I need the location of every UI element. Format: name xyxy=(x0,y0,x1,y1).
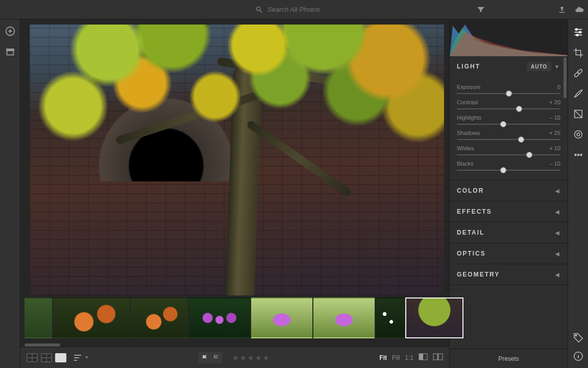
archive-box-icon xyxy=(5,46,16,57)
flag-icon xyxy=(201,354,208,361)
slider-knob[interactable] xyxy=(526,152,532,158)
histogram-graph xyxy=(450,19,568,56)
zoom-fill[interactable]: Fill xyxy=(392,354,400,361)
slider-knob[interactable] xyxy=(500,167,506,173)
slider-whites[interactable]: Whites+ 10 xyxy=(457,145,560,155)
presets-label: Presets xyxy=(498,355,519,362)
chevron-left-icon: ◀ xyxy=(555,251,560,257)
slider-track[interactable] xyxy=(457,108,560,109)
bandage-icon xyxy=(573,67,584,79)
presets-button[interactable]: Presets xyxy=(450,349,568,368)
edit-tool[interactable] xyxy=(573,27,584,38)
star-icon[interactable]: ★ xyxy=(248,354,254,362)
my-photos-button[interactable] xyxy=(5,46,16,57)
search-input[interactable] xyxy=(267,6,370,13)
more-tools[interactable] xyxy=(573,149,584,160)
slider-knob[interactable] xyxy=(506,90,512,97)
thumbnail[interactable] xyxy=(376,297,404,338)
sort-button[interactable]: ▼ xyxy=(74,354,89,361)
left-rail xyxy=(0,19,20,368)
slider-knob[interactable] xyxy=(500,121,506,127)
slider-highlights[interactable]: Highlights– 10 xyxy=(457,114,560,125)
slider-label: Shadows xyxy=(457,130,480,136)
filter-toggle[interactable] xyxy=(472,0,489,19)
search-field[interactable] xyxy=(255,3,408,17)
radial-gradient-tool[interactable] xyxy=(573,129,584,140)
section-header[interactable]: OPTICS◀ xyxy=(450,243,568,264)
slider-shadows[interactable]: Shadows+ 25 xyxy=(457,130,560,140)
flag-pick-button[interactable] xyxy=(200,353,210,362)
flag-x-icon xyxy=(212,354,219,361)
thumbnail[interactable] xyxy=(189,297,250,338)
section-header[interactable]: DETAIL◀ xyxy=(450,222,568,243)
slider-label: Whites xyxy=(457,145,474,151)
flag-reject-button[interactable] xyxy=(211,353,221,362)
square-grid-button[interactable] xyxy=(41,353,52,362)
slider-blacks[interactable]: Blacks– 10 xyxy=(457,160,560,171)
slider-knob[interactable] xyxy=(518,136,524,143)
star-icon[interactable]: ★ xyxy=(240,354,247,362)
healing-tool[interactable] xyxy=(573,67,584,79)
zoom-fit[interactable]: Fit xyxy=(379,354,387,361)
cloud-sync[interactable] xyxy=(571,0,588,19)
chevron-down-icon: ▼ xyxy=(85,355,89,360)
show-original-button[interactable] xyxy=(419,353,428,362)
detail-view-button[interactable] xyxy=(55,353,66,362)
brush-tool[interactable] xyxy=(573,88,584,99)
brush-icon xyxy=(573,88,584,99)
svg-point-10 xyxy=(576,34,578,36)
section-title: DETAIL xyxy=(457,229,484,236)
section-header[interactable]: EFFECTS◀ xyxy=(450,201,568,222)
star-icon[interactable]: ★ xyxy=(263,354,270,362)
compare-icon xyxy=(433,353,443,360)
slider-track[interactable] xyxy=(457,154,560,155)
rating-stars[interactable]: ★ ★ ★ ★ ★ xyxy=(232,354,270,362)
thumbnail[interactable] xyxy=(24,297,52,338)
crop-tool[interactable] xyxy=(573,47,584,58)
section-title: LIGHT xyxy=(457,63,480,70)
keywords-button[interactable] xyxy=(573,332,584,343)
info-button[interactable] xyxy=(573,351,584,362)
add-photos-button[interactable] xyxy=(5,26,16,37)
auto-button[interactable]: AUTO xyxy=(527,62,551,71)
svg-point-17 xyxy=(577,154,579,156)
section-header[interactable]: GEOMETRY◀ xyxy=(450,264,568,285)
section-title: GEOMETRY xyxy=(457,271,500,278)
thumbnail[interactable] xyxy=(313,297,375,338)
section-header[interactable]: COLOR◀ xyxy=(450,180,568,201)
slider-contrast[interactable]: Contrast+ 20 xyxy=(457,99,560,109)
compare-button[interactable] xyxy=(433,353,443,362)
slider-track[interactable] xyxy=(457,93,560,94)
slider-track[interactable] xyxy=(457,170,560,171)
image-canvas[interactable] xyxy=(20,19,449,297)
share-button[interactable] xyxy=(553,0,571,19)
section-geometry: GEOMETRY◀ xyxy=(450,264,568,285)
star-icon[interactable]: ★ xyxy=(232,354,239,362)
star-icon[interactable]: ★ xyxy=(255,354,262,362)
main-photo xyxy=(30,25,444,295)
before-after-icon xyxy=(419,353,428,360)
svg-point-15 xyxy=(577,133,580,136)
linear-gradient-tool[interactable] xyxy=(573,108,584,120)
panel-scroll: LIGHT AUTO ▼ Exposure0Contrast+ 20Highli… xyxy=(450,56,568,349)
histogram[interactable] xyxy=(450,19,568,56)
thumbnail[interactable] xyxy=(251,297,312,338)
zoom-1to1[interactable]: 1:1 xyxy=(405,354,413,361)
svg-point-16 xyxy=(575,154,576,156)
grid-view-button[interactable] xyxy=(27,353,38,362)
slider-track[interactable] xyxy=(457,124,560,125)
thumbnail[interactable] xyxy=(53,297,130,338)
slider-track[interactable] xyxy=(457,139,560,140)
panel-scrollbar[interactable] xyxy=(564,57,567,98)
filmstrip[interactable] xyxy=(20,297,449,342)
section-header-light[interactable]: LIGHT AUTO ▼ xyxy=(450,56,568,77)
svg-rect-4 xyxy=(419,354,423,360)
thumbnail[interactable] xyxy=(131,297,188,338)
chevron-left-icon: ◀ xyxy=(555,209,560,215)
chevron-down-icon[interactable]: ▼ xyxy=(554,64,560,70)
slider-knob[interactable] xyxy=(516,106,522,112)
slider-exposure[interactable]: Exposure0 xyxy=(457,84,560,94)
svg-rect-2 xyxy=(7,51,13,55)
slider-value: 0 xyxy=(557,84,560,90)
slider-value: + 25 xyxy=(549,130,560,136)
